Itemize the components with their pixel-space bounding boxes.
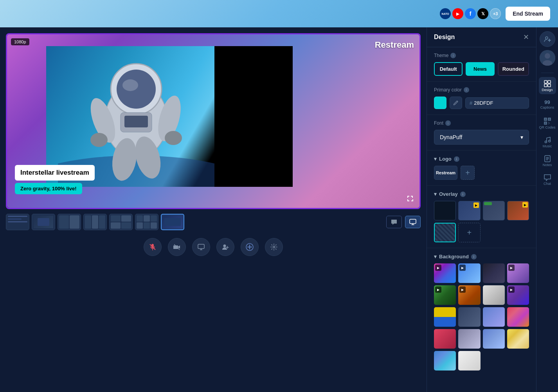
scene-thumb-4[interactable] xyxy=(83,214,107,230)
music-label: Music xyxy=(543,145,552,148)
svg-rect-27 xyxy=(548,84,551,87)
bg-item-11[interactable] xyxy=(483,307,505,327)
chevron-down-icon: ▾ xyxy=(434,156,437,162)
mic-button[interactable] xyxy=(144,238,162,256)
platform-twitter[interactable]: 𝕏 xyxy=(477,8,488,19)
bg-item-7[interactable] xyxy=(483,285,505,305)
chat-view-button[interactable] xyxy=(386,216,402,228)
user-avatar[interactable] xyxy=(540,50,555,66)
platform-youtube[interactable]: ▶ xyxy=(452,8,463,19)
svg-point-35 xyxy=(548,140,550,142)
sidebar-divider xyxy=(541,73,554,73)
hex-input[interactable] xyxy=(474,100,501,106)
theme-info-icon[interactable]: i xyxy=(450,53,456,58)
sidebar-design-button[interactable]: Design xyxy=(539,77,556,94)
overlay-label: Overlay xyxy=(439,191,458,197)
resolution-badge: 1080p xyxy=(11,38,29,45)
add-user-button[interactable] xyxy=(540,31,555,47)
bg-play-icon: ▶ xyxy=(435,286,441,293)
settings-button[interactable] xyxy=(265,238,283,256)
theme-default-button[interactable]: Default xyxy=(434,62,463,76)
bg-item-9[interactable] xyxy=(434,307,456,327)
sidebar-music-button[interactable]: Music xyxy=(539,133,556,150)
bg-item-18[interactable] xyxy=(458,351,480,371)
background-section: ▾ Background i ▶ ▶ ▶ ▶ ▶ ▶ xyxy=(427,248,536,376)
camera-button[interactable] xyxy=(168,238,186,256)
center-area: 1080p Restream Interstellar livestream Z… xyxy=(0,27,427,392)
logo-item-restream[interactable]: Restream xyxy=(434,166,457,180)
restream-watermark: Restream xyxy=(375,40,414,50)
svg-point-34 xyxy=(545,141,547,143)
screen-view-button[interactable] xyxy=(405,216,421,228)
bg-item-12[interactable] xyxy=(507,307,529,327)
overlay-item-4[interactable]: ▶ xyxy=(507,201,529,220)
add-source-button[interactable] xyxy=(241,238,259,256)
font-label: Font i xyxy=(434,120,529,126)
svg-point-7 xyxy=(90,133,108,147)
bg-play-icon: ▶ xyxy=(435,265,441,271)
sidebar-captions-button[interactable]: 99 Captions xyxy=(539,96,556,113)
overlay-item-active[interactable] xyxy=(434,223,456,242)
platform-facebook[interactable]: f xyxy=(465,8,476,19)
bg-play-icon: ▶ xyxy=(508,286,515,293)
logo-header[interactable]: ▾ Logo i xyxy=(434,156,529,162)
scene-thumb-1[interactable] xyxy=(6,214,29,230)
overlay-grid: ▶ ▶ xyxy=(434,201,529,220)
color-picker-button[interactable] xyxy=(450,97,462,109)
svg-rect-25 xyxy=(548,81,551,83)
bg-item-10[interactable] xyxy=(458,307,480,327)
platform-nato[interactable]: NATO xyxy=(440,8,451,19)
bg-item-1[interactable]: ▶ xyxy=(434,263,456,283)
bg-item-8[interactable]: ▶ xyxy=(507,285,529,305)
overlay-item-3[interactable] xyxy=(483,201,505,220)
logo-info-icon[interactable]: i xyxy=(454,156,459,162)
overlay-add-button[interactable]: + xyxy=(458,223,480,242)
black-area xyxy=(214,46,293,187)
scene-thumb-6[interactable] xyxy=(135,214,158,230)
scene-thumb-5[interactable] xyxy=(109,214,133,230)
primary-color-info-icon[interactable]: i xyxy=(464,87,469,93)
bg-item-15[interactable] xyxy=(483,329,505,349)
sidebar-qrcodes-button[interactable]: QR Codes xyxy=(539,115,556,132)
svg-point-17 xyxy=(223,245,226,247)
bg-item-4[interactable]: ▶ xyxy=(507,263,529,283)
control-bar xyxy=(6,235,421,259)
overlay-item-1[interactable] xyxy=(434,201,456,220)
fullscreen-button[interactable] xyxy=(405,193,416,204)
sidebar-chat-button[interactable]: Chat xyxy=(539,171,556,188)
scene-thumb-7[interactable] xyxy=(161,214,184,230)
logo-section: ▾ Logo i Restream + xyxy=(427,150,536,186)
close-panel-button[interactable]: ✕ xyxy=(523,33,529,41)
sidebar-notes-button[interactable]: Notes xyxy=(539,152,556,169)
background-info-icon[interactable]: i xyxy=(471,254,477,260)
background-header[interactable]: ▾ Background i xyxy=(434,254,529,260)
screen-share-button[interactable] xyxy=(192,238,210,256)
theme-news-button[interactable]: News xyxy=(466,62,494,76)
end-stream-button[interactable]: End Stream xyxy=(506,7,550,21)
chevron-down-icon: ▾ xyxy=(520,134,523,140)
bg-item-13[interactable] xyxy=(434,329,456,349)
add-logo-button[interactable]: + xyxy=(461,166,475,180)
add-guest-button[interactable] xyxy=(216,238,234,256)
scene-thumb-3[interactable] xyxy=(58,214,81,230)
font-dropdown[interactable]: DynaPuff ▾ xyxy=(434,130,529,145)
color-swatch[interactable] xyxy=(434,97,446,109)
bg-item-14[interactable] xyxy=(458,329,480,349)
scene-thumb-2[interactable] xyxy=(32,214,55,230)
overlay-header[interactable]: ▾ Overlay i xyxy=(434,191,529,197)
background-grid: ▶ ▶ ▶ ▶ ▶ ▶ xyxy=(434,263,529,371)
bg-item-16[interactable] xyxy=(507,329,529,349)
bg-item-6[interactable]: ▶ xyxy=(458,285,480,305)
design-label: Design xyxy=(542,88,553,92)
primary-color-label: Primary color i xyxy=(434,87,529,93)
overlay-item-2[interactable]: ▶ xyxy=(458,201,480,220)
theme-rounded-button[interactable]: Rounded xyxy=(498,62,529,76)
platform-extra[interactable]: +3 xyxy=(490,8,501,19)
bg-item-17[interactable] xyxy=(434,351,456,371)
bg-item-2[interactable]: ▶ xyxy=(458,263,480,283)
overlay-info-icon[interactable]: i xyxy=(460,192,466,197)
bg-item-3[interactable] xyxy=(483,263,505,283)
bg-item-5[interactable]: ▶ xyxy=(434,285,456,305)
font-info-icon[interactable]: i xyxy=(445,120,451,126)
svg-point-19 xyxy=(273,246,275,248)
